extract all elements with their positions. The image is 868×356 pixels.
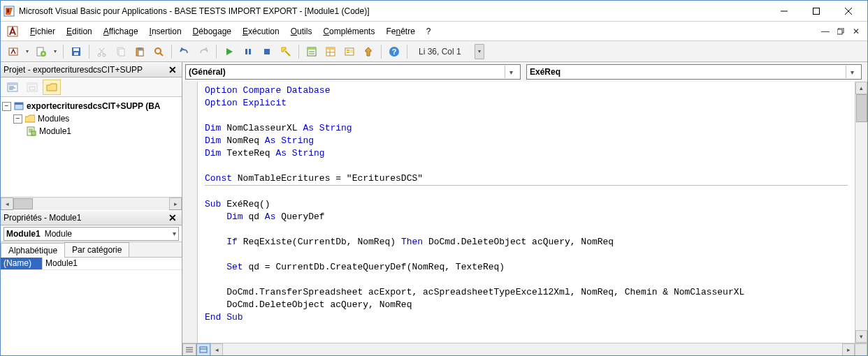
menu-[interactable]: ? bbox=[421, 24, 437, 39]
code-line[interactable]: If ReqExiste(CurrentDb, NomReq) Then DoC… bbox=[205, 236, 848, 249]
code-line[interactable] bbox=[205, 249, 848, 261]
project-pane-close[interactable]: ✕ bbox=[166, 64, 179, 76]
properties-pane-close[interactable]: ✕ bbox=[166, 212, 179, 224]
toolbar-overflow[interactable]: ▾ bbox=[475, 44, 484, 59]
vscroll-up[interactable]: ▴ bbox=[855, 82, 867, 94]
doc-minimize-button[interactable]: — bbox=[818, 24, 832, 38]
tab-category[interactable]: Par catégorie bbox=[64, 242, 129, 257]
hscroll-left[interactable]: ◂ bbox=[1, 198, 13, 210]
svg-rect-39 bbox=[326, 47, 335, 50]
chevron-down-icon[interactable]: ▾ bbox=[173, 230, 176, 237]
run-button[interactable] bbox=[221, 43, 238, 60]
vscroll-thumb[interactable] bbox=[856, 94, 867, 122]
full-module-view-button[interactable] bbox=[196, 343, 210, 355]
view-code-button[interactable] bbox=[3, 80, 22, 95]
code-line[interactable] bbox=[205, 223, 848, 236]
menu-fentre[interactable]: Fenêtre bbox=[380, 24, 420, 39]
access-icon bbox=[5, 24, 20, 39]
code-line[interactable]: Dim qd As QueryDef bbox=[205, 211, 848, 223]
insert-module-dropdown[interactable]: ▾ bbox=[52, 43, 59, 60]
code-line[interactable]: End Sub bbox=[205, 311, 848, 324]
copy-button[interactable] bbox=[113, 43, 129, 60]
code-line[interactable]: Dim NomReq As String bbox=[205, 135, 848, 147]
code-line[interactable]: Set qd = CurrentDb.CreateQueryDef(NomReq… bbox=[205, 261, 848, 274]
view-access-dropdown[interactable]: ▾ bbox=[24, 43, 31, 60]
break-button[interactable] bbox=[240, 43, 256, 60]
cut-button[interactable] bbox=[94, 43, 110, 60]
doc-restore-button[interactable] bbox=[834, 24, 848, 38]
project-tree[interactable]: − exportecrituresdcsCIT+SUPP (BA − Modul… bbox=[1, 97, 182, 197]
code-vscroll[interactable]: ▴ ▾ bbox=[855, 82, 867, 343]
toolbox-button[interactable] bbox=[360, 43, 377, 60]
menu-insertion[interactable]: Insertion bbox=[144, 24, 187, 39]
hscroll-track[interactable] bbox=[13, 198, 169, 210]
maximize-button[interactable] bbox=[800, 1, 832, 22]
svg-point-27 bbox=[155, 48, 161, 54]
menu-complments[interactable]: Compléments bbox=[317, 24, 380, 39]
menu-edition[interactable]: Edition bbox=[61, 24, 98, 39]
tree-root[interactable]: − exportecrituresdcsCIT+SUPP (BA bbox=[2, 100, 180, 112]
project-explorer-button[interactable] bbox=[303, 43, 320, 60]
project-hscroll[interactable]: ◂ ▸ bbox=[1, 197, 182, 209]
minimize-button[interactable] bbox=[768, 1, 800, 22]
menu-excution[interactable]: Exécution bbox=[237, 24, 285, 39]
vscroll-track[interactable] bbox=[855, 94, 867, 330]
code-hscroll-left[interactable]: ◂ bbox=[210, 343, 223, 355]
vscroll-down[interactable]: ▾ bbox=[855, 330, 867, 343]
tree-toggle-root[interactable]: − bbox=[2, 102, 11, 111]
svg-rect-62 bbox=[31, 131, 36, 135]
code-line[interactable]: Const NomTableEcritures = "EcrituresDCS" bbox=[205, 172, 848, 186]
code-hscroll-track[interactable] bbox=[223, 343, 842, 355]
help-button[interactable]: ? bbox=[386, 43, 403, 60]
menu-affichage[interactable]: Affichage bbox=[98, 24, 144, 39]
hscroll-thumb[interactable] bbox=[13, 198, 33, 209]
view-object-button[interactable] bbox=[23, 80, 41, 95]
toggle-folders-button[interactable] bbox=[43, 80, 61, 95]
code-line[interactable] bbox=[205, 110, 848, 122]
object-browser-button[interactable] bbox=[341, 43, 358, 60]
property-row[interactable]: (Name) Module1 bbox=[1, 258, 182, 270]
code-hscroll-right[interactable]: ▸ bbox=[842, 343, 855, 355]
code-line[interactable] bbox=[205, 186, 848, 198]
code-line[interactable]: Dim TexteReq As String bbox=[205, 147, 848, 160]
properties-window-button[interactable] bbox=[322, 43, 339, 60]
hscroll-right[interactable]: ▸ bbox=[169, 198, 182, 210]
code-line[interactable] bbox=[205, 160, 848, 172]
save-button[interactable] bbox=[68, 43, 85, 60]
properties-object-selector[interactable]: Module1 Module ▾ bbox=[1, 225, 182, 242]
code-line[interactable]: DoCmd.DeleteObject acQuery, NomReq bbox=[205, 299, 848, 311]
tree-toggle-modules[interactable]: − bbox=[13, 114, 22, 124]
object-combo[interactable]: (Général) ▾ bbox=[185, 64, 521, 80]
chevron-down-icon[interactable]: ▾ bbox=[505, 66, 517, 78]
code-editor[interactable]: Option Compare DatabaseOption Explicit D… bbox=[198, 82, 855, 343]
menu-fichier[interactable]: Fichier bbox=[24, 24, 61, 39]
code-line[interactable]: Option Compare Database bbox=[205, 84, 848, 97]
procedure-view-button[interactable] bbox=[182, 343, 196, 355]
paste-button[interactable] bbox=[131, 43, 148, 60]
procedure-combo[interactable]: ExéReq ▾ bbox=[526, 64, 862, 80]
code-line[interactable] bbox=[205, 274, 848, 286]
property-value[interactable]: Module1 bbox=[43, 258, 182, 269]
find-button[interactable] bbox=[150, 43, 167, 60]
svg-rect-31 bbox=[249, 49, 251, 54]
view-access-button[interactable] bbox=[5, 43, 22, 60]
menu-outils[interactable]: Outils bbox=[285, 24, 318, 39]
code-margin[interactable] bbox=[182, 82, 198, 343]
menu-dbogage[interactable]: Débogage bbox=[187, 24, 237, 39]
tree-module-item[interactable]: Module1 bbox=[2, 125, 180, 138]
close-button[interactable] bbox=[832, 1, 865, 22]
design-mode-button[interactable] bbox=[277, 43, 294, 60]
chevron-down-icon[interactable]: ▾ bbox=[846, 66, 858, 78]
code-line[interactable]: DoCmd.TransferSpreadsheet acExport, acSp… bbox=[205, 286, 848, 299]
undo-button[interactable] bbox=[176, 43, 193, 60]
insert-module-button[interactable] bbox=[33, 43, 50, 60]
code-line[interactable]: Sub ExéReq() bbox=[205, 198, 848, 211]
code-line[interactable]: Dim NomClasseurXL As String bbox=[205, 122, 848, 135]
properties-grid[interactable]: (Name) Module1 bbox=[1, 258, 182, 355]
redo-button[interactable] bbox=[195, 43, 212, 60]
code-line[interactable]: Option Explicit bbox=[205, 97, 848, 110]
tab-alphabetic[interactable]: Alphabétique bbox=[1, 243, 65, 258]
tree-folder-modules[interactable]: − Modules bbox=[2, 112, 180, 125]
doc-close-button[interactable]: ✕ bbox=[849, 24, 863, 38]
reset-button[interactable] bbox=[259, 43, 275, 60]
